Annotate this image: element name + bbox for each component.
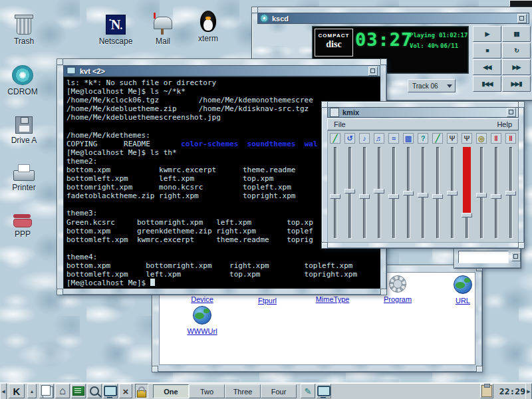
pause-button[interactable]: ▮▮ [502,26,531,42]
channel-icon[interactable]: ▥ [403,133,414,144]
slider-handle[interactable] [432,194,443,199]
kvt-titlebar[interactable]: kvt <2> [63,65,380,76]
slider-handle[interactable] [491,194,501,199]
next-track-button[interactable]: ▶▶▮ [502,76,531,92]
slider-handle[interactable] [359,194,370,199]
channel-icon[interactable]: Ψ [447,133,458,144]
file-label[interactable]: Device [171,295,233,303]
desktop-icon-netscape[interactable]: N Netscape [94,8,137,46]
channel-slider[interactable] [503,147,518,238]
desktop-icon-mail[interactable]: Mail [142,8,184,46]
file-label[interactable]: Ftpurl [236,297,299,305]
forward-button[interactable]: ▶▶ [502,59,531,75]
mixer-channel: ╱ [430,131,445,242]
mixer-channel: ‖ [489,131,503,242]
channel-icon[interactable]: ♪ [359,133,370,144]
slider-handle[interactable] [447,191,458,196]
slider-handle[interactable] [344,189,355,194]
desktop-icon-xterm[interactable]: xterm [187,5,229,43]
file-icon-cell[interactable]: URL [432,274,475,305]
channel-slider[interactable] [357,147,372,238]
channel-slider[interactable] [460,147,474,238]
window-corner-ornament [518,101,525,108]
maximize-button[interactable] [507,108,516,117]
editor-button[interactable]: ✎ [301,384,315,398]
channel-slider[interactable] [342,147,357,238]
channel-slider[interactable] [416,147,430,238]
kmix-titlebar[interactable]: kmix [327,107,519,118]
k-menu-button[interactable]: K [9,384,25,398]
terminal-button[interactable] [103,384,118,398]
file-label[interactable]: WWWUrl [171,327,233,335]
channel-slider[interactable] [328,147,342,238]
kfm-location-fragment[interactable] [454,246,521,269]
klipper-button[interactable] [480,384,493,398]
desktop-icon-cdrom[interactable]: CDROM [1,59,44,96]
channel-icon[interactable]: ♬ [374,133,384,144]
channel-icon[interactable]: ╱ [330,133,340,144]
channel-slider[interactable] [401,147,416,238]
channel-icon[interactable]: Ψ [462,133,472,144]
desktop-pager-three[interactable]: Three [225,384,261,398]
menu-help[interactable]: Help [491,120,518,128]
find-button[interactable] [87,384,102,398]
slider-handle[interactable] [462,213,472,217]
desktop-icon-trash[interactable]: Trash [3,8,45,46]
window-fragment-button[interactable] [511,252,521,261]
desktop-icon-drive-a[interactable]: Drive A [3,107,45,145]
track-selector[interactable]: Track 06 [408,79,456,92]
channel-slider[interactable] [474,147,489,238]
kmix-window[interactable]: kmix File Help ╱ ↺ [321,101,525,249]
maximize-button[interactable] [368,66,378,76]
channel-icon[interactable]: ‖ [505,133,516,144]
channel-icon[interactable]: ↺ [344,133,355,144]
slider-handle[interactable] [330,194,340,199]
channel-icon[interactable]: ? [418,133,428,144]
close-window-button[interactable]: × [119,384,132,398]
desktop-pager-one[interactable]: One [153,384,189,398]
home-button[interactable]: ⌂ [55,384,70,398]
slider-handle[interactable] [388,194,399,199]
location-input[interactable] [458,251,509,263]
slider-handle[interactable] [374,189,384,194]
desktop-icon-printer[interactable]: Printer [3,154,45,192]
help-button[interactable] [71,384,86,398]
channel-slider[interactable] [386,147,401,238]
slider-groove [392,147,395,238]
slider-handle[interactable] [403,191,414,196]
desktop-pager-four[interactable]: Four [261,384,297,398]
file-label[interactable]: URL [432,297,475,305]
slider-handle[interactable] [418,193,428,198]
channel-icon[interactable]: ≈ [388,133,399,144]
rewind-button[interactable]: ◀◀ [473,59,501,75]
channel-icon[interactable]: ‖ [491,133,501,144]
channel-icon[interactable]: ╱ [432,133,443,144]
file-label[interactable]: MimeType [301,295,364,303]
copy-pages-button[interactable] [39,384,54,398]
desktop-pager-two[interactable]: Two [189,384,225,398]
slider-handle[interactable] [505,191,516,196]
previous-track-button[interactable]: ▮◀◀ [473,76,501,92]
lock-screen-button[interactable] [135,384,148,398]
file-label[interactable]: Program [366,295,429,303]
stop-button[interactable]: ■ [473,43,501,59]
window-corner-ornament [380,289,387,295]
slider-handle[interactable] [476,193,487,198]
console-button[interactable] [317,384,331,398]
play-button[interactable]: ▶ [473,26,501,42]
maximize-button[interactable] [517,14,527,23]
menu-file[interactable]: File [328,120,352,128]
mixer-channel: ≈ [386,131,401,242]
window-list-button[interactable]: ▲ [27,384,37,398]
channel-slider[interactable] [489,147,503,238]
channel-slider[interactable] [430,147,445,238]
channel-icon[interactable]: ◎ [476,133,487,144]
loop-button[interactable]: ↻ [502,43,531,59]
kscd-titlebar[interactable]: kscd [257,13,529,24]
channel-slider[interactable] [445,147,460,238]
panel-hide-right-button[interactable]: ▶ [525,383,532,399]
file-icon-cell[interactable]: WWWUrl [171,305,233,335]
desktop-icon-ppp[interactable]: PPP [1,201,44,239]
panel-hide-left-button[interactable]: ◀ [0,383,7,399]
channel-slider[interactable] [372,147,386,238]
